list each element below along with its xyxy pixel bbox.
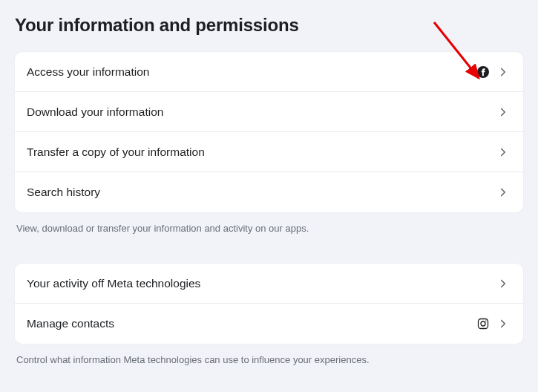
chevron-right-icon bbox=[496, 146, 510, 159]
row-activity-off-meta[interactable]: Your activity off Meta technologies bbox=[15, 264, 523, 304]
row-transfer-copy[interactable]: Transfer a copy of your information bbox=[15, 132, 523, 172]
row-label: Search history bbox=[27, 186, 100, 199]
chevron-right-icon bbox=[496, 317, 510, 330]
section-caption: View, download or transfer your informat… bbox=[15, 223, 523, 234]
row-label: Manage contacts bbox=[27, 317, 114, 330]
chevron-right-icon bbox=[496, 277, 510, 290]
section-caption: Control what information Meta technologi… bbox=[15, 354, 523, 365]
row-label: Download your information bbox=[27, 105, 163, 119]
row-search-history[interactable]: Search history bbox=[15, 172, 523, 212]
instagram-icon bbox=[477, 318, 489, 330]
svg-point-3 bbox=[485, 321, 486, 321]
facebook-icon bbox=[477, 66, 489, 78]
row-label: Your activity off Meta technologies bbox=[27, 277, 200, 290]
chevron-right-icon bbox=[496, 65, 510, 79]
section-your-information: Access your information Download your in… bbox=[15, 52, 523, 212]
chevron-right-icon bbox=[496, 186, 510, 199]
chevron-right-icon bbox=[496, 105, 510, 119]
row-download-your-information[interactable]: Download your information bbox=[15, 92, 523, 132]
svg-point-2 bbox=[481, 321, 485, 326]
svg-rect-1 bbox=[479, 319, 488, 329]
row-access-your-information[interactable]: Access your information bbox=[15, 52, 523, 92]
row-label: Transfer a copy of your information bbox=[27, 146, 205, 159]
row-manage-contacts[interactable]: Manage contacts bbox=[15, 304, 523, 344]
row-label: Access your information bbox=[27, 65, 149, 79]
page-title: Your information and permissions bbox=[15, 15, 523, 36]
section-activity: Your activity off Meta technologies Mana… bbox=[15, 264, 523, 344]
